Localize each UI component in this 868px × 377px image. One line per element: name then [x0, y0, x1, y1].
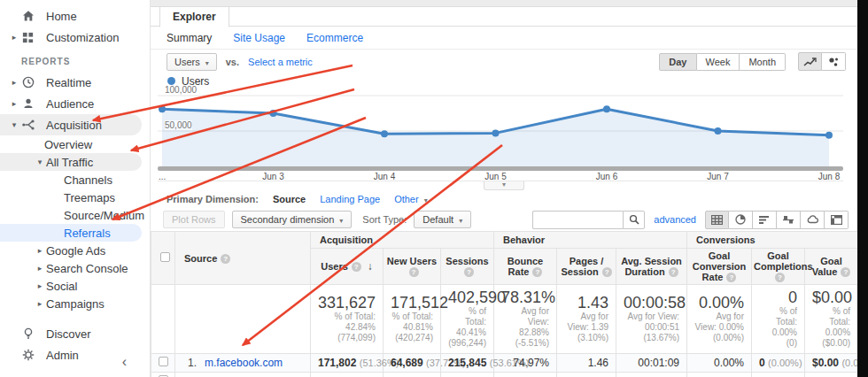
sidebar-item-source-medium[interactable]: Source/Medium [0, 206, 150, 224]
table-toolbar: Plot Rows Secondary dimension▾ Sort Type… [151, 208, 857, 231]
line-chart-toggle-button[interactable] [798, 52, 822, 71]
sidebar-item-admin[interactable]: Admin [0, 344, 150, 365]
help-icon[interactable]: ? [669, 267, 678, 277]
x-axis-labels: ...Jun 3Jun 4Jun 5Jun 6Jun 7Jun 8 [158, 171, 843, 181]
summary-goal-completions: 0 [759, 289, 797, 306]
table-view-icon [711, 215, 723, 225]
select-all-checkbox[interactable] [160, 252, 170, 262]
sidebar-item-discover[interactable]: Discover [0, 323, 150, 344]
help-icon[interactable]: ? [841, 267, 850, 277]
comparison-view-button[interactable] [777, 211, 801, 229]
data-point[interactable] [381, 130, 388, 137]
sidebar-item-social[interactable]: ▸ Social [0, 277, 150, 295]
sort-type-dropdown[interactable]: Default▾ [414, 211, 471, 228]
sidebar-item-label: Source/Medium [64, 209, 144, 222]
pivot-view-button[interactable] [825, 211, 849, 229]
search-input[interactable] [532, 211, 623, 229]
table-summary-row: 331,627% of Total: 42.84% (774,099) 171,… [151, 285, 858, 354]
sidebar-item-label: Overview [44, 138, 92, 151]
sidebar-item-audience[interactable]: ▸ Audience [0, 93, 150, 114]
help-icon[interactable]: ? [464, 267, 474, 277]
data-point[interactable] [715, 127, 722, 135]
summary-goal-cr: 0.00% [694, 294, 744, 312]
column-header-sessions[interactable]: Sessions? [441, 249, 494, 285]
data-point[interactable] [492, 129, 500, 136]
sidebar-item-home[interactable]: Home [0, 5, 150, 27]
secondary-dimension-dropdown[interactable]: Secondary dimension▾ [232, 211, 353, 228]
month-button[interactable]: Month [740, 53, 786, 71]
chart-type-toggle [798, 52, 846, 71]
sidebar-item-treemaps[interactable]: Treemaps [0, 188, 150, 206]
collapse-chart-button[interactable]: ▾ [484, 181, 524, 190]
dimension-source[interactable]: Source [273, 194, 306, 204]
column-header-goal-value[interactable]: Goal Value? [805, 249, 857, 285]
column-header-goal-completions[interactable]: Goal Completions? [752, 249, 805, 285]
week-button[interactable]: Week [697, 53, 740, 71]
advanced-link[interactable]: advanced [654, 214, 696, 225]
subtab-ecommerce[interactable]: Ecommerce [306, 32, 363, 44]
column-header-new-users[interactable]: New Users? [384, 249, 441, 285]
source-link[interactable]: m.facebook.com [205, 357, 283, 369]
help-icon[interactable]: ? [602, 267, 612, 277]
sort-descending-icon[interactable]: ↓ [368, 260, 373, 273]
tab-explorer[interactable]: Explorer [159, 6, 229, 27]
group-header-acquisition: Acquisition [311, 232, 494, 249]
sidebar-item-realtime[interactable]: ▸ Realtime [0, 72, 150, 93]
help-icon[interactable]: ? [352, 262, 361, 272]
sidebar-item-label: Realtime [46, 76, 91, 89]
day-button[interactable]: Day [659, 53, 696, 71]
tab-bar: Explorer [151, 7, 857, 27]
sidebar-item-campaigns[interactable]: ▸ Campaigns [0, 295, 150, 312]
select-a-metric-link[interactable]: Select a metric [248, 57, 313, 67]
sidebar-item-google-ads[interactable]: ▸ Google Ads [0, 242, 150, 259]
performance-view-button[interactable] [753, 211, 777, 229]
primary-dimension-bar: Primary Dimension: Source Landing Page O… [151, 190, 857, 208]
data-point[interactable] [159, 105, 166, 112]
sidebar-item-referrals[interactable]: Referrals [0, 224, 142, 242]
column-header-goal-conversion-rate[interactable]: Goal Conversion Rate? [687, 249, 752, 285]
x-tick-label: Jun 3 [262, 172, 283, 181]
summary-users: 331,627 [318, 294, 376, 312]
subtab-summary[interactable]: Summary [167, 32, 212, 44]
sidebar-item-overview[interactable]: Overview [0, 135, 150, 153]
audience-icon [20, 96, 35, 112]
dimension-other[interactable]: Other▾ [394, 194, 428, 204]
sidebar-item-label: Customization [46, 31, 119, 44]
help-icon[interactable]: ? [775, 273, 785, 282]
discover-icon [20, 327, 35, 342]
data-point[interactable] [603, 105, 610, 112]
sidebar-item-search-console[interactable]: ▸ Search Console [0, 259, 150, 277]
plot-rows-button[interactable]: Plot Rows [163, 211, 225, 228]
data-point[interactable] [825, 132, 833, 139]
percentage-view-icon [735, 214, 746, 225]
users-line-chart[interactable]: 50,000100,000 [158, 88, 843, 166]
row-checkbox[interactable] [159, 357, 168, 366]
column-header-source[interactable]: Source? [175, 232, 311, 285]
sidebar-item-label: Social [46, 280, 77, 293]
help-icon[interactable]: ? [532, 267, 542, 277]
data-point[interactable] [270, 110, 277, 117]
help-icon[interactable]: ? [409, 267, 419, 277]
column-header-avg-session-duration[interactable]: Avg. Session Duration? [616, 249, 687, 285]
help-icon[interactable]: ? [221, 254, 230, 264]
help-icon[interactable]: ? [726, 273, 736, 282]
sidebar-item-acquisition[interactable]: ▾ Acquisition [0, 114, 142, 135]
y-tick-label: 50,000 [165, 120, 192, 130]
column-header-pages-session[interactable]: Pages / Session? [557, 249, 616, 285]
subtab-site-usage[interactable]: Site Usage [233, 32, 285, 44]
sidebar-item-channels[interactable]: Channels [0, 171, 150, 188]
column-header-bounce-rate[interactable]: Bounce Rate? [494, 249, 557, 285]
table-view-button[interactable] [705, 211, 729, 229]
metric-dropdown[interactable]: Users▾ [167, 53, 217, 71]
motion-chart-toggle-button[interactable] [822, 52, 846, 71]
term-cloud-view-button[interactable] [801, 211, 825, 229]
percentage-view-button[interactable] [729, 211, 753, 229]
search-button[interactable] [623, 211, 645, 229]
sidebar-collapse-button[interactable]: ‹ [122, 354, 127, 370]
sidebar-item-all-traffic[interactable]: ▾ All Traffic [0, 153, 142, 171]
sources-table: Source? Acquisition Behavior Conversions… [151, 231, 857, 377]
sidebar-item-customization[interactable]: ▸ Customization [0, 27, 150, 48]
column-header-users[interactable]: Users?↓ [311, 249, 384, 285]
performance-view-icon [759, 215, 770, 225]
dimension-landing-page[interactable]: Landing Page [320, 194, 380, 204]
